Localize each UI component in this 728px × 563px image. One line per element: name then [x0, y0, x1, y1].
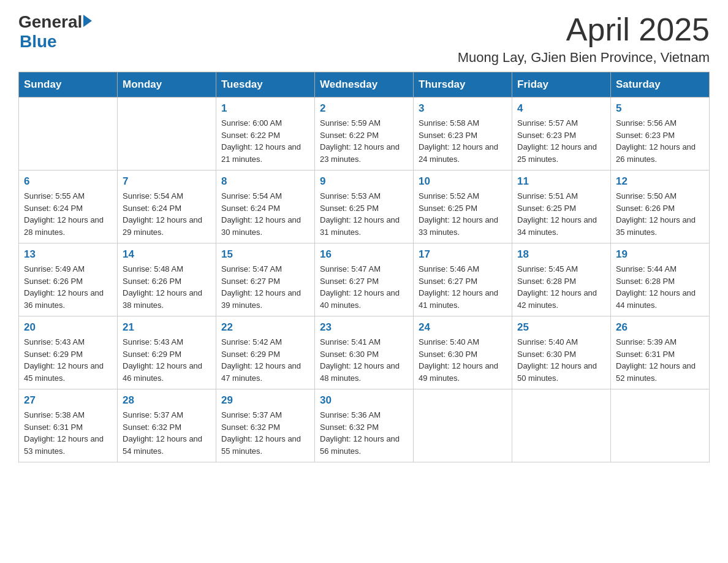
calendar-cell: 19Sunrise: 5:44 AMSunset: 6:28 PMDayligh… [611, 243, 710, 316]
day-number: 12 [616, 175, 704, 188]
calendar-cell: 15Sunrise: 5:47 AMSunset: 6:27 PMDayligh… [216, 243, 315, 316]
calendar-cell: 17Sunrise: 5:46 AMSunset: 6:27 PMDayligh… [414, 243, 512, 316]
calendar-title: April 2025 [458, 12, 710, 47]
day-detail: Sunrise: 5:59 AMSunset: 6:22 PMDaylight:… [320, 117, 408, 165]
col-monday: Monday [118, 72, 216, 98]
calendar-cell: 28Sunrise: 5:37 AMSunset: 6:32 PMDayligh… [118, 389, 216, 462]
calendar-cell: 20Sunrise: 5:43 AMSunset: 6:29 PMDayligh… [19, 316, 118, 389]
calendar-header-row: Sunday Monday Tuesday Wednesday Thursday… [19, 72, 710, 98]
day-number: 24 [419, 321, 507, 334]
day-detail: Sunrise: 5:57 AMSunset: 6:23 PMDaylight:… [517, 117, 605, 165]
calendar-cell: 22Sunrise: 5:42 AMSunset: 6:29 PMDayligh… [216, 316, 315, 389]
day-number: 22 [221, 321, 309, 334]
day-number: 5 [616, 102, 704, 115]
calendar-cell: 25Sunrise: 5:40 AMSunset: 6:30 PMDayligh… [512, 316, 611, 389]
day-number: 17 [419, 248, 507, 261]
title-block: April 2025 Muong Lay, GJien Bien Provinc… [458, 12, 710, 66]
day-detail: Sunrise: 5:41 AMSunset: 6:30 PMDaylight:… [320, 336, 408, 384]
calendar-cell: 11Sunrise: 5:51 AMSunset: 6:25 PMDayligh… [512, 170, 611, 243]
day-number: 2 [320, 102, 408, 115]
day-number: 15 [221, 248, 309, 261]
logo-arrow-icon [83, 15, 92, 27]
day-detail: Sunrise: 5:48 AMSunset: 6:26 PMDaylight:… [123, 263, 211, 311]
day-number: 29 [221, 394, 309, 407]
day-detail: Sunrise: 5:37 AMSunset: 6:32 PMDaylight:… [221, 409, 309, 457]
day-detail: Sunrise: 5:37 AMSunset: 6:32 PMDaylight:… [123, 409, 211, 457]
col-friday: Friday [512, 72, 611, 98]
calendar-cell: 8Sunrise: 5:54 AMSunset: 6:24 PMDaylight… [216, 170, 315, 243]
day-detail: Sunrise: 5:42 AMSunset: 6:29 PMDaylight:… [221, 336, 309, 384]
calendar-cell: 9Sunrise: 5:53 AMSunset: 6:25 PMDaylight… [315, 170, 414, 243]
day-number: 10 [419, 175, 507, 188]
calendar-cell: 18Sunrise: 5:45 AMSunset: 6:28 PMDayligh… [512, 243, 611, 316]
calendar-cell: 29Sunrise: 5:37 AMSunset: 6:32 PMDayligh… [216, 389, 315, 462]
col-saturday: Saturday [611, 72, 710, 98]
day-detail: Sunrise: 5:45 AMSunset: 6:28 PMDaylight:… [517, 263, 605, 311]
day-detail: Sunrise: 5:39 AMSunset: 6:31 PMDaylight:… [616, 336, 704, 384]
week-row-5: 27Sunrise: 5:38 AMSunset: 6:31 PMDayligh… [19, 389, 710, 462]
day-number: 13 [24, 248, 112, 261]
day-number: 23 [320, 321, 408, 334]
day-number: 25 [517, 321, 605, 334]
calendar-cell: 1Sunrise: 6:00 AMSunset: 6:22 PMDaylight… [216, 98, 315, 170]
logo-blue-text: Blue [20, 32, 92, 52]
day-number: 21 [123, 321, 211, 334]
day-detail: Sunrise: 5:49 AMSunset: 6:26 PMDaylight:… [24, 263, 112, 311]
day-detail: Sunrise: 5:54 AMSunset: 6:24 PMDaylight:… [123, 190, 211, 238]
calendar-cell: 4Sunrise: 5:57 AMSunset: 6:23 PMDaylight… [512, 98, 611, 170]
week-row-3: 13Sunrise: 5:49 AMSunset: 6:26 PMDayligh… [19, 243, 710, 316]
calendar-cell: 12Sunrise: 5:50 AMSunset: 6:26 PMDayligh… [611, 170, 710, 243]
day-number: 19 [616, 248, 704, 261]
calendar-cell: 13Sunrise: 5:49 AMSunset: 6:26 PMDayligh… [19, 243, 118, 316]
calendar-cell: 10Sunrise: 5:52 AMSunset: 6:25 PMDayligh… [414, 170, 512, 243]
day-number: 3 [419, 102, 507, 115]
logo-general-text: General [18, 12, 82, 32]
calendar-cell [19, 98, 118, 170]
day-number: 9 [320, 175, 408, 188]
day-detail: Sunrise: 5:50 AMSunset: 6:26 PMDaylight:… [616, 190, 704, 238]
calendar-cell [611, 389, 710, 462]
day-number: 30 [320, 394, 408, 407]
day-detail: Sunrise: 5:40 AMSunset: 6:30 PMDaylight:… [419, 336, 507, 384]
day-number: 18 [517, 248, 605, 261]
calendar-cell: 6Sunrise: 5:55 AMSunset: 6:24 PMDaylight… [19, 170, 118, 243]
day-number: 1 [221, 102, 309, 115]
col-tuesday: Tuesday [216, 72, 315, 98]
day-detail: Sunrise: 5:51 AMSunset: 6:25 PMDaylight:… [517, 190, 605, 238]
day-detail: Sunrise: 5:55 AMSunset: 6:24 PMDaylight:… [24, 190, 112, 238]
calendar-cell: 5Sunrise: 5:56 AMSunset: 6:23 PMDaylight… [611, 98, 710, 170]
day-detail: Sunrise: 5:44 AMSunset: 6:28 PMDaylight:… [616, 263, 704, 311]
calendar-table: Sunday Monday Tuesday Wednesday Thursday… [18, 72, 710, 462]
day-detail: Sunrise: 5:43 AMSunset: 6:29 PMDaylight:… [24, 336, 112, 384]
day-detail: Sunrise: 5:47 AMSunset: 6:27 PMDaylight:… [320, 263, 408, 311]
calendar-cell: 21Sunrise: 5:43 AMSunset: 6:29 PMDayligh… [118, 316, 216, 389]
day-number: 11 [517, 175, 605, 188]
day-detail: Sunrise: 5:38 AMSunset: 6:31 PMDaylight:… [24, 409, 112, 457]
calendar-cell: 27Sunrise: 5:38 AMSunset: 6:31 PMDayligh… [19, 389, 118, 462]
day-detail: Sunrise: 5:46 AMSunset: 6:27 PMDaylight:… [419, 263, 507, 311]
day-detail: Sunrise: 5:52 AMSunset: 6:25 PMDaylight:… [419, 190, 507, 238]
day-detail: Sunrise: 5:54 AMSunset: 6:24 PMDaylight:… [221, 190, 309, 238]
col-wednesday: Wednesday [315, 72, 414, 98]
calendar-cell [512, 389, 611, 462]
calendar-cell: 23Sunrise: 5:41 AMSunset: 6:30 PMDayligh… [315, 316, 414, 389]
page-header: General Blue April 2025 Muong Lay, GJien… [18, 12, 710, 66]
calendar-cell: 24Sunrise: 5:40 AMSunset: 6:30 PMDayligh… [414, 316, 512, 389]
day-number: 20 [24, 321, 112, 334]
week-row-4: 20Sunrise: 5:43 AMSunset: 6:29 PMDayligh… [19, 316, 710, 389]
day-detail: Sunrise: 5:40 AMSunset: 6:30 PMDaylight:… [517, 336, 605, 384]
day-number: 6 [24, 175, 112, 188]
day-detail: Sunrise: 5:47 AMSunset: 6:27 PMDaylight:… [221, 263, 309, 311]
calendar-cell: 14Sunrise: 5:48 AMSunset: 6:26 PMDayligh… [118, 243, 216, 316]
day-detail: Sunrise: 5:36 AMSunset: 6:32 PMDaylight:… [320, 409, 408, 457]
calendar-cell [414, 389, 512, 462]
calendar-cell: 3Sunrise: 5:58 AMSunset: 6:23 PMDaylight… [414, 98, 512, 170]
col-sunday: Sunday [19, 72, 118, 98]
calendar-subtitle: Muong Lay, GJien Bien Province, Vietnam [458, 50, 710, 66]
day-detail: Sunrise: 5:53 AMSunset: 6:25 PMDaylight:… [320, 190, 408, 238]
week-row-2: 6Sunrise: 5:55 AMSunset: 6:24 PMDaylight… [19, 170, 710, 243]
calendar-cell: 26Sunrise: 5:39 AMSunset: 6:31 PMDayligh… [611, 316, 710, 389]
calendar-cell: 2Sunrise: 5:59 AMSunset: 6:22 PMDaylight… [315, 98, 414, 170]
calendar-cell: 7Sunrise: 5:54 AMSunset: 6:24 PMDaylight… [118, 170, 216, 243]
col-thursday: Thursday [414, 72, 512, 98]
